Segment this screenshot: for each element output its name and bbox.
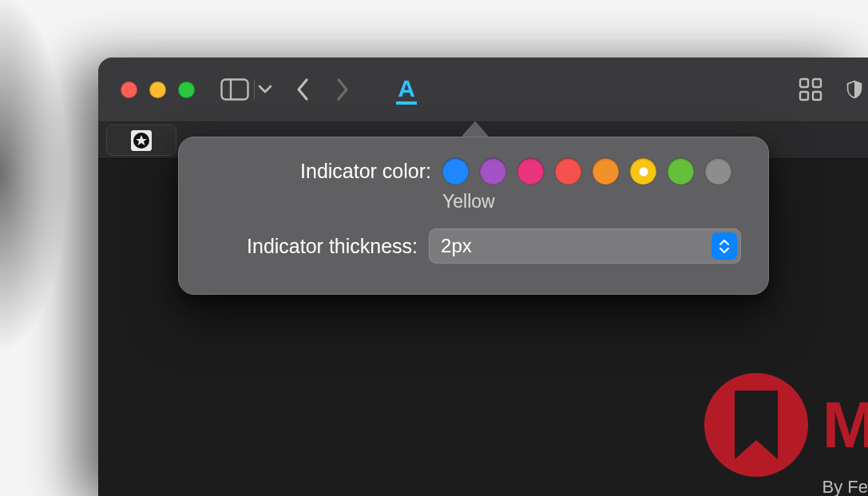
window-zoom-button[interactable]	[178, 81, 195, 98]
color-swatch-pink[interactable]	[517, 158, 544, 185]
svg-rect-5	[813, 92, 821, 100]
thickness-value: 2px	[441, 235, 472, 257]
app-window: A	[98, 58, 868, 496]
sidebar-menu-chevron-icon[interactable]	[258, 85, 272, 94]
color-swatch-graphite[interactable]	[705, 158, 731, 185]
color-swatch-blue[interactable]	[442, 158, 469, 185]
browser-tab[interactable]	[106, 125, 176, 156]
color-swatch-green[interactable]	[668, 158, 694, 185]
thickness-select[interactable]: 2px	[429, 228, 741, 264]
color-swatch-yellow[interactable]	[630, 158, 656, 185]
color-swatch-red[interactable]	[555, 158, 581, 185]
select-stepper-icon	[711, 232, 737, 260]
window-close-button[interactable]	[121, 81, 137, 98]
sidebar-toggle-group	[220, 78, 272, 101]
nav-back-button[interactable]	[287, 73, 319, 105]
window-traffic-lights	[121, 81, 195, 98]
grid-view-icon[interactable]	[798, 77, 823, 102]
svg-rect-0	[222, 80, 248, 100]
svg-rect-4	[800, 92, 808, 100]
indicator-settings-popover: Indicator color: Yellow Indicator thickn…	[178, 122, 769, 295]
indicator-style-button[interactable]: A	[389, 72, 424, 107]
nav-forward-button[interactable]	[327, 73, 359, 105]
svg-rect-2	[800, 79, 808, 87]
color-swatch-purple[interactable]	[480, 158, 506, 185]
selected-color-name: Yellow	[442, 191, 741, 212]
window-minimize-button[interactable]	[149, 81, 166, 98]
tab-favicon-star-icon	[131, 130, 152, 151]
toolbar-divider	[254, 79, 255, 100]
color-swatch-row	[442, 158, 731, 185]
indicator-color-label: Indicator color:	[206, 158, 442, 183]
brand-initial: M	[822, 387, 868, 462]
brand-byline: By Fe	[822, 477, 868, 496]
indicator-style-underline	[396, 101, 417, 105]
sidebar-toggle-button[interactable]	[220, 78, 249, 101]
brand-logo-bookmark-icon	[704, 373, 808, 477]
page-brand: M	[704, 373, 868, 477]
popover-arrow	[462, 122, 488, 137]
shield-icon[interactable]	[846, 75, 863, 104]
svg-rect-3	[813, 79, 821, 87]
window-drop-shadow	[0, 0, 108, 496]
color-swatch-orange[interactable]	[593, 158, 619, 185]
window-toolbar: A	[98, 58, 868, 121]
toolbar-right-group	[798, 58, 868, 121]
indicator-thickness-label: Indicator thickness:	[206, 235, 429, 258]
indicator-style-glyph: A	[398, 75, 415, 102]
